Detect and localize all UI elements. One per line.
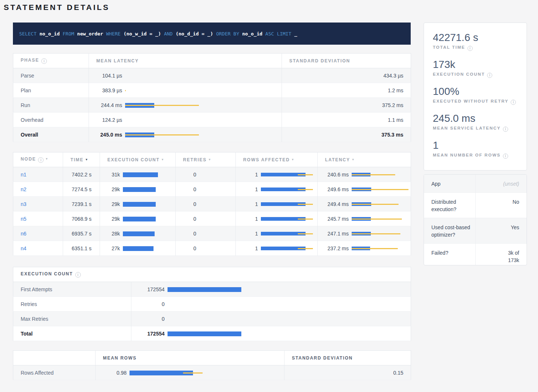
- execution-row-value: 0: [136, 316, 165, 322]
- sql-token: (no_w_id = _): [124, 31, 161, 37]
- time-value: 7274.5 s: [63, 182, 100, 197]
- node-link[interactable]: n3: [21, 201, 27, 207]
- stat-value: 1: [433, 140, 527, 151]
- std-dev-value: 0.15: [284, 365, 411, 380]
- detail-row-app: App (unset): [424, 175, 527, 193]
- table-row: Max Retries 0: [13, 312, 411, 326]
- sort-arrow-icon: ▼: [45, 157, 49, 161]
- rows-affected-bar: [261, 188, 314, 191]
- rows-affected-value: 1: [240, 186, 258, 192]
- latency-bar: [352, 217, 409, 221]
- time-column-header[interactable]: TIME▼: [63, 152, 100, 167]
- info-icon[interactable]: i: [503, 127, 508, 132]
- detail-label: Used cost-based optimizer?: [424, 218, 475, 244]
- retries-value: 0: [176, 167, 236, 182]
- sort-arrow-icon: ▼: [291, 158, 295, 161]
- rows-affected-value: 1: [240, 172, 258, 178]
- time-value: 6935.7 s: [63, 226, 100, 241]
- latency-value: 247.1 ms: [322, 231, 349, 237]
- execution-count-bar: [123, 246, 158, 251]
- node-column-header[interactable]: NODEi▼: [13, 152, 63, 167]
- sql-token: SELECT: [19, 31, 37, 37]
- latency-bar: [352, 188, 409, 191]
- execution-count-value: 27k: [104, 245, 120, 251]
- execution-count-bar: [168, 287, 241, 292]
- rows-affected-column-header[interactable]: ROWS AFFECTED▼: [236, 152, 318, 167]
- latency-bar: [352, 173, 409, 176]
- info-icon[interactable]: i: [503, 154, 508, 159]
- mean-latency-value: 124.2 µs: [93, 117, 122, 123]
- retries-column-header[interactable]: RETRIES▼: [176, 152, 236, 167]
- rows-affected-value: 1: [240, 231, 258, 237]
- sql-token: _: [294, 31, 297, 37]
- detail-value: No: [475, 193, 527, 218]
- info-icon[interactable]: i: [511, 100, 516, 105]
- rows-affected-bar: [261, 247, 314, 250]
- mean-latency-bar: [125, 133, 199, 137]
- info-icon[interactable]: i: [487, 73, 492, 78]
- execution-count-table: EXECUTION COUNTi First Attempts 172554 R…: [13, 267, 411, 341]
- table-row: Parse 104.1 µs 434.3 µs: [13, 68, 411, 83]
- execution-count-value: 29k: [104, 216, 120, 222]
- detail-label: App: [424, 175, 475, 193]
- table-row: n5 7068.9 s 29k 0 1 245.7 ms: [13, 212, 411, 226]
- info-icon[interactable]: i: [468, 46, 473, 51]
- table-row: n4 6351.1 s 27k 0 1 237.2 ms: [13, 241, 411, 256]
- time-value: 7239.1 s: [63, 197, 100, 212]
- latency-bar: [352, 232, 409, 235]
- latency-column-header[interactable]: LATENCY▼: [318, 152, 411, 167]
- node-link[interactable]: n4: [21, 245, 27, 251]
- node-link[interactable]: n1: [21, 172, 27, 178]
- rows-affected-bar: [261, 232, 314, 235]
- rows-affected-value: 1: [240, 201, 258, 207]
- std-dev-value: 375.2 ms: [282, 98, 411, 113]
- node-link[interactable]: n2: [21, 186, 27, 192]
- retries-value: 0: [176, 226, 236, 241]
- mean-rows-bar: [130, 371, 207, 375]
- stat-label: TOTAL TIMEi: [433, 45, 527, 51]
- rows-affected-table: MEAN ROWS STANDARD DEVIATION Rows Affect…: [13, 350, 411, 380]
- latency-bar: [352, 247, 409, 250]
- retries-value: 0: [176, 212, 236, 226]
- info-icon[interactable]: i: [75, 272, 81, 278]
- execution-count-bar: [123, 231, 158, 236]
- info-icon[interactable]: i: [38, 157, 44, 163]
- phase-label: Overall: [13, 127, 89, 142]
- phase-column-header: PHASEi: [13, 54, 89, 68]
- mean-latency-bar: [125, 73, 199, 78]
- node-link[interactable]: n5: [21, 216, 27, 222]
- stat-label: MEAN NUMBER OF ROWSi: [433, 153, 527, 159]
- mean-latency-bar: [125, 88, 199, 93]
- phase-label: Parse: [13, 68, 89, 83]
- sort-arrow-icon: ▼: [161, 158, 165, 161]
- page-layout: SELECT no_o_id FROM new_order WHERE (no_…: [0, 23, 538, 380]
- execution-count-value: 31k: [104, 172, 120, 178]
- sql-token: WHERE: [106, 31, 121, 37]
- rows-affected-bar: [261, 217, 314, 221]
- latency-value: 249.6 ms: [322, 186, 349, 192]
- detail-value: 3k of 173k: [498, 249, 519, 264]
- node-link[interactable]: n6: [21, 231, 27, 237]
- detail-row-cost-based-optimizer: Used cost-based optimizer? Yes: [424, 218, 527, 244]
- detail-value: Yes: [475, 218, 527, 244]
- table-row: n2 7274.5 s 29k 0 1 249.6 ms: [13, 182, 411, 197]
- std-dev-value: 1.1 ms: [282, 113, 411, 127]
- statement-details-card: App (unset) Distributed execution? No Us…: [424, 174, 527, 265]
- execution-row-value: 0: [136, 301, 165, 307]
- execution-count-value: 29k: [104, 186, 120, 192]
- table-row: Overall 245.0 ms 375.3 ms: [13, 127, 411, 142]
- stat-value: 42271.6 s: [433, 32, 527, 44]
- stat-value: 245.0 ms: [433, 113, 527, 124]
- detail-row-distributed-execution: Distributed execution? No: [424, 193, 527, 218]
- rows-affected-value: 1: [240, 245, 258, 251]
- execution-count-value: 29k: [104, 201, 120, 207]
- info-icon[interactable]: i: [41, 58, 47, 64]
- mean-latency-bar: [125, 103, 199, 108]
- detail-row-failed: Failed? 3k of 173k: [424, 244, 527, 265]
- latency-value: 245.7 ms: [322, 216, 349, 222]
- sql-token: no_o_id: [242, 31, 262, 37]
- sql-token: no_o_id: [39, 31, 60, 37]
- mean-latency-value: 245.0 ms: [93, 132, 122, 138]
- mean-latency-value: 244.4 ms: [93, 102, 122, 108]
- execution-count-column-header[interactable]: EXECUTION COUNT▼: [100, 152, 176, 167]
